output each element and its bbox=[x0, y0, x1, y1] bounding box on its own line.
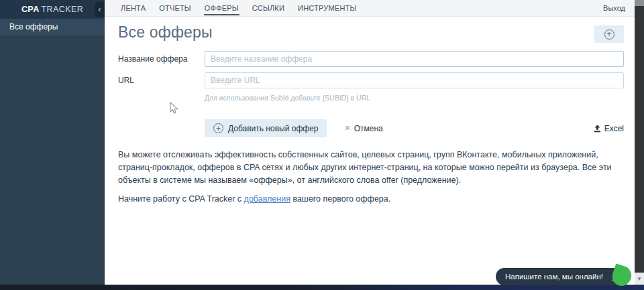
cancel-label: Отмена bbox=[354, 124, 383, 133]
tab-offery[interactable]: ОФФЕРЫ bbox=[200, 0, 244, 16]
scroll-down-icon: ▼ bbox=[637, 276, 642, 282]
offer-name-input[interactable] bbox=[205, 51, 624, 67]
page-title: Все офферы bbox=[118, 23, 213, 42]
get-started-line: Начните работу с CPA Tracker с добавлени… bbox=[118, 194, 624, 204]
window-bottom-edge bbox=[0, 285, 644, 290]
close-icon: ✕ bbox=[344, 124, 350, 133]
logo-bar: CPATRACKER ‹ bbox=[0, 0, 105, 19]
app-window: CPATRACKER ‹ Все офферы ЛЕНТА ОТЧЕТЫ ОФФ… bbox=[0, 0, 644, 290]
plus-circle-icon: + bbox=[604, 29, 614, 40]
offer-url-input[interactable] bbox=[205, 72, 624, 88]
tab-instrumenty[interactable]: ИНСТРУМЕНТЫ bbox=[293, 0, 361, 16]
sidebar-collapse-button[interactable]: ‹ bbox=[95, 2, 105, 17]
tab-lenta[interactable]: ЛЕНТА bbox=[116, 0, 150, 16]
plus-circle-icon: + bbox=[213, 123, 223, 133]
logo-brand-bold: CPA bbox=[21, 5, 40, 14]
form-actions: + Добавить новый оффер ✕ Отмена Excel bbox=[118, 119, 624, 137]
subid-hint: Для использования SubId добавьте {SUBID}… bbox=[205, 94, 624, 102]
add-offer-button[interactable]: + bbox=[594, 25, 624, 43]
sidebar-item-all-offers[interactable]: Все офферы bbox=[0, 19, 105, 35]
sidebar: CPATRACKER ‹ Все офферы bbox=[0, 0, 105, 285]
offers-description: Вы можете отслеживать эффективность собс… bbox=[118, 149, 624, 187]
offer-form: Название оффера URL Для использования Su… bbox=[118, 51, 624, 137]
start-text-after: вашего первого оффера. bbox=[290, 194, 390, 204]
title-row: Все офферы + bbox=[118, 23, 624, 43]
main-content: Все офферы + Название оффера URL Для исп… bbox=[105, 17, 635, 285]
excel-label: Excel bbox=[604, 124, 624, 133]
form-actions-left: + Добавить новый оффер ✕ Отмена bbox=[205, 119, 383, 137]
logout-link[interactable]: Выход bbox=[603, 0, 635, 16]
tab-otchety[interactable]: ОТЧЕТЫ bbox=[154, 0, 196, 16]
offer-name-label: Название оффера bbox=[118, 54, 205, 64]
submit-offer-button[interactable]: + Добавить новый оффер bbox=[205, 119, 327, 137]
submit-offer-label: Добавить новый оффер bbox=[228, 124, 318, 133]
add-first-offer-link[interactable]: добавления bbox=[244, 194, 290, 204]
start-text-before: Начните работу с CPA Tracker с bbox=[118, 194, 244, 204]
logo-brand-light: TRACKER bbox=[42, 5, 84, 14]
app-logo: CPATRACKER bbox=[21, 5, 83, 14]
mouse-cursor-icon bbox=[170, 102, 179, 115]
sidebar-item-label: Все офферы bbox=[9, 22, 58, 31]
tab-ssylki[interactable]: ССЫЛКИ bbox=[248, 0, 289, 16]
excel-export-button[interactable]: Excel bbox=[594, 124, 624, 133]
jivo-chat-widget[interactable]: Напишите нам, мы онлайн! jivo bbox=[496, 268, 622, 285]
cancel-button[interactable]: ✕ Отмена bbox=[344, 124, 382, 133]
top-navigation: ЛЕНТА ОТЧЕТЫ ОФФЕРЫ ССЫЛКИ ИНСТРУМЕНТЫ В… bbox=[105, 0, 635, 17]
offer-name-row: Название оффера bbox=[118, 51, 624, 67]
chat-message: Напишите нам, мы онлайн! bbox=[505, 273, 603, 281]
offer-url-row: URL bbox=[118, 72, 624, 88]
scrollbar-thumb[interactable] bbox=[635, 0, 644, 6]
chevron-left-icon: ‹ bbox=[99, 5, 101, 14]
upload-icon bbox=[594, 125, 601, 133]
offer-url-label: URL bbox=[118, 76, 205, 85]
vertical-scrollbar[interactable]: ▼ bbox=[635, 0, 644, 290]
scrollbar-down-button[interactable]: ▼ bbox=[635, 273, 644, 285]
